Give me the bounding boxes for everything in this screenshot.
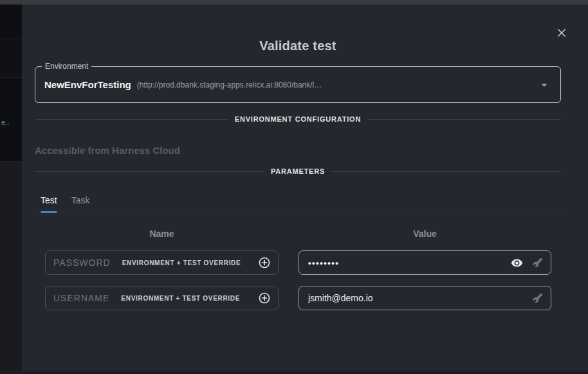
environment-configuration-divider: ENVIRONMENT CONFIGURATION	[35, 115, 561, 124]
wrench-icon[interactable]	[533, 257, 543, 268]
background-clipped-text: e..	[1, 118, 9, 126]
column-header-name: Name	[45, 229, 279, 239]
parameter-value[interactable]: ••••••••	[308, 258, 511, 268]
username-value-field[interactable]: jsmith@demo.io	[299, 286, 551, 310]
tab-test[interactable]: Test	[41, 195, 57, 213]
parameter-name: USERNAME	[53, 293, 109, 303]
parameter-name: PASSWORD	[53, 257, 111, 268]
environment-configuration-heading: ENVIRONMENT CONFIGURATION	[235, 115, 361, 123]
tabs-divider-line	[35, 214, 561, 214]
parameters-divider: PARAMETERS	[35, 167, 561, 176]
parameters-tabs: Test Task	[35, 195, 561, 214]
background-bottom-bar	[0, 371, 588, 374]
column-header-value: Value	[299, 229, 551, 239]
dialog-title: Validate test	[35, 39, 561, 53]
validate-test-dialog: Validate test Environment NewEnvForTesti…	[22, 5, 588, 374]
divider-line	[35, 119, 228, 120]
divider-line	[331, 171, 561, 172]
environment-accessibility-text: Accessible from Harness Cloud	[35, 145, 180, 156]
divider-line	[367, 119, 561, 120]
override-badge: ENVIRONMENT + TEST OVERRIDE	[121, 295, 240, 302]
parameters-heading: PARAMETERS	[271, 167, 325, 175]
add-circle-icon[interactable]	[258, 256, 271, 269]
environment-selected-name: NewEnvForTesting	[44, 79, 131, 90]
add-circle-icon[interactable]	[258, 292, 271, 304]
divider-line	[35, 171, 264, 172]
background-sidebar: e..	[0, 5, 22, 374]
environment-selected-url: (http://prod.dbank.staging-apps.relicx.a…	[137, 80, 322, 89]
background-sidebar-segment	[0, 5, 22, 39]
password-name-field[interactable]: PASSWORD ENVIRONMENT + TEST OVERRIDE	[45, 250, 279, 275]
password-value-field[interactable]: ••••••••	[299, 250, 551, 275]
background-top-bar	[0, 0, 588, 5]
override-badge: ENVIRONMENT + TEST OVERRIDE	[122, 259, 241, 266]
eye-icon[interactable]	[511, 257, 523, 269]
wrench-icon[interactable]	[533, 293, 543, 303]
tab-task[interactable]: Task	[71, 195, 90, 213]
parameter-value[interactable]: jsmith@demo.io	[308, 293, 533, 303]
background-sidebar-segment	[0, 39, 22, 77]
background-sidebar-segment: e..	[0, 77, 22, 161]
background-sidebar-segment	[0, 161, 22, 374]
environment-select-label: Environment	[42, 62, 91, 71]
chevron-down-icon	[537, 78, 551, 92]
environment-select[interactable]: Environment NewEnvForTesting (http://pro…	[35, 66, 561, 103]
username-name-field[interactable]: USERNAME ENVIRONMENT + TEST OVERRIDE	[45, 286, 279, 310]
